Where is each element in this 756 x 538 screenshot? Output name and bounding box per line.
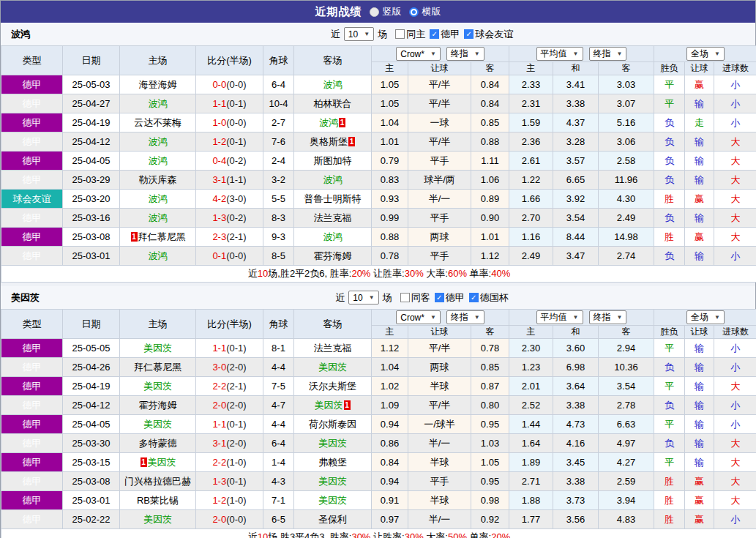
avg-away-cell: 3.06 xyxy=(599,132,654,152)
halftime-score: (0-1) xyxy=(226,136,246,147)
odds-stage-select[interactable]: 终指 ▼ xyxy=(446,310,484,324)
team-name[interactable]: 沃尔夫斯堡 xyxy=(309,381,356,392)
avg-source-select[interactable]: 平均值 ▼ xyxy=(536,310,583,324)
team-name[interactable]: 云达不莱梅 xyxy=(134,117,181,128)
team-name[interactable]: RB莱比锡 xyxy=(137,495,179,506)
filter-option[interactable]: ✓德甲 xyxy=(430,28,460,41)
team-name[interactable]: 斯图加特 xyxy=(314,155,352,166)
games-label: 场 xyxy=(378,28,387,41)
checkbox-unchecked-icon[interactable] xyxy=(395,29,405,39)
match-date-cell: 25-04-19 xyxy=(63,113,120,132)
fulltime-score: 1-2 xyxy=(212,136,226,147)
subcol-avg-draw: 和 xyxy=(553,62,599,75)
corner-cell: 6-4 xyxy=(263,75,294,94)
team-name[interactable]: 拜仁慕尼黑 xyxy=(138,231,186,242)
scope-select[interactable]: 全场 ▼ xyxy=(686,47,725,61)
team-name[interactable]: 荷尔斯泰因 xyxy=(309,419,356,430)
checkbox-checked-icon[interactable]: ✓ xyxy=(464,29,474,39)
match-type-cell: 德甲 xyxy=(1,152,63,171)
team-name[interactable]: 美因茨 xyxy=(143,514,172,525)
checkbox-unchecked-icon[interactable] xyxy=(400,293,410,302)
subcol-odds-away: 客 xyxy=(471,62,509,75)
team-name[interactable]: 霍芬海姆 xyxy=(314,250,352,261)
team-name[interactable]: 美因茨 xyxy=(143,419,172,430)
team-name[interactable]: 波鸿 xyxy=(323,79,343,90)
team-name[interactable]: 波鸿 xyxy=(149,250,168,261)
team-name[interactable]: 波鸿 xyxy=(323,174,343,185)
team-name[interactable]: 拜仁慕尼黑 xyxy=(134,362,181,373)
team-name[interactable]: 美因茨 xyxy=(318,476,347,487)
checkbox-checked-icon[interactable]: ✓ xyxy=(435,293,444,302)
layout-radio-vertical[interactable]: 竖版 xyxy=(370,5,402,18)
goals-result-cell: 小 xyxy=(714,247,756,266)
team-name[interactable]: 海登海姆 xyxy=(139,79,177,90)
handicap-cell: 半/一 xyxy=(408,510,471,529)
checkbox-checked-icon[interactable]: ✓ xyxy=(469,293,479,302)
team-name[interactable]: 霍芬海姆 xyxy=(139,400,177,411)
match-type-cell: 德甲 xyxy=(1,113,63,132)
home-team-cell: 拜仁慕尼黑 xyxy=(120,358,196,377)
team-name[interactable]: 奥格斯堡 xyxy=(310,136,348,147)
filter-option[interactable]: 同客 xyxy=(400,291,430,305)
team-name[interactable]: 美因茨 xyxy=(315,400,343,411)
avg-stage-select[interactable]: 终指 ▼ xyxy=(589,47,627,61)
avg-source-select[interactable]: 平均值 ▼ xyxy=(536,47,583,61)
avg-draw-cell: 3.28 xyxy=(553,132,599,152)
odds-stage-select[interactable]: 终指 ▼ xyxy=(446,47,484,61)
halftime-score: (1-0) xyxy=(226,495,246,506)
team-name[interactable]: 波鸿 xyxy=(149,98,168,109)
match-type-cell: 德甲 xyxy=(1,453,63,472)
team-name[interactable]: 波鸿 xyxy=(149,155,168,166)
team-name[interactable]: 门兴格拉德巴赫 xyxy=(124,476,191,487)
corner-cell: 7-6 xyxy=(263,132,294,152)
team-name[interactable]: 美因茨 xyxy=(143,343,172,354)
team-name[interactable]: 美因茨 xyxy=(143,381,172,392)
filter-option[interactable]: ✓德国杯 xyxy=(469,291,509,305)
summary-stat-value: 50% xyxy=(448,531,467,538)
team-name[interactable]: 波鸿 xyxy=(149,193,168,204)
subcol-goals: 进球数 xyxy=(714,62,756,75)
goals-result-cell: 小 xyxy=(714,396,756,415)
corner-cell: 7-5 xyxy=(263,377,294,396)
team-name[interactable]: 波鸿 xyxy=(149,212,168,223)
odds-home-cell: 1.05 xyxy=(372,94,408,113)
recent-count-select[interactable]: 10 ▼ xyxy=(348,291,378,305)
team-name[interactable]: 勒沃库森 xyxy=(139,174,177,185)
team-name[interactable]: 波鸿 xyxy=(149,136,168,147)
layout-radio-horizontal[interactable]: 横版 xyxy=(409,5,441,18)
avg-stage-select[interactable]: 终指 ▼ xyxy=(589,310,627,324)
filter-bar: 波鸿 近 10 ▼ 场 同主✓德甲✓球会友谊 xyxy=(1,23,755,45)
team-name[interactable]: 柏林联合 xyxy=(314,98,352,109)
team-name[interactable]: 多特蒙德 xyxy=(139,438,177,449)
team-name[interactable]: 弗赖堡 xyxy=(318,457,347,468)
filter-option[interactable]: 同主 xyxy=(395,28,425,41)
team-name[interactable]: 波鸿 xyxy=(319,117,338,128)
goals-result-cell: 大 xyxy=(714,377,756,396)
team-name[interactable]: 美因茨 xyxy=(318,362,347,373)
filter-option[interactable]: ✓球会友谊 xyxy=(464,28,513,41)
team-name[interactable]: 法兰克福 xyxy=(314,212,352,223)
team-name[interactable]: 普鲁士明斯特 xyxy=(304,193,362,204)
checkbox-checked-icon[interactable]: ✓ xyxy=(430,29,439,39)
avg-home-cell: 1.22 xyxy=(509,171,553,190)
team-name[interactable]: 圣保利 xyxy=(318,514,347,525)
handicap-cell: 平/半 xyxy=(408,396,471,415)
team-name[interactable]: 美因茨 xyxy=(148,457,176,468)
odds-company-select[interactable]: Crow* ▼ xyxy=(396,47,441,61)
match-date-cell: 25-03-30 xyxy=(63,434,120,453)
odds-company-select[interactable]: Crow* ▼ xyxy=(396,310,441,324)
team-name[interactable]: 美因茨 xyxy=(318,438,347,449)
filter-option[interactable]: ✓德甲 xyxy=(435,291,465,305)
scope-select[interactable]: 全场 ▼ xyxy=(686,310,725,324)
radio-unchecked-icon[interactable] xyxy=(370,7,379,17)
odds-home-cell: 1.04 xyxy=(372,113,408,132)
handicap-result-cell: 赢 xyxy=(685,228,714,247)
handicap-result-cell: 输 xyxy=(685,453,714,472)
team-name[interactable]: 美因茨 xyxy=(318,495,347,506)
radio-checked-icon[interactable] xyxy=(409,7,419,17)
subcol-handicap: 让球 xyxy=(408,62,471,75)
recent-count-select[interactable]: 10 ▼ xyxy=(344,27,374,41)
team-name[interactable]: 波鸿 xyxy=(323,231,343,242)
team-name[interactable]: 法兰克福 xyxy=(314,343,352,354)
red-card-badge: 1 xyxy=(141,457,147,467)
